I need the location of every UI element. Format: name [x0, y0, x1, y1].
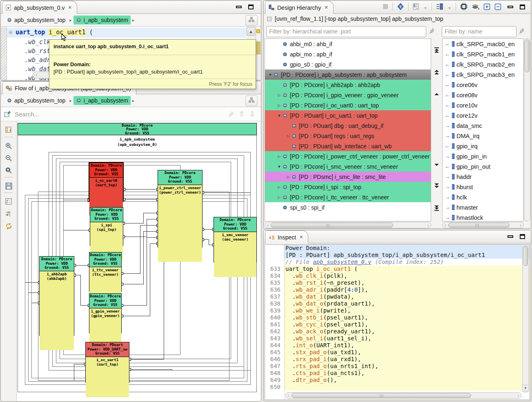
port-item-gpio_pin_in[interactable]: →gpio_pin_in — [443, 151, 523, 161]
breadcrumb-item-i_apb_subsystem[interactable]: Mi_apb_subsystem — [73, 96, 131, 105]
breadcrumb-item-i_apb_subsystem[interactable]: Mi_apb_subsystem — [73, 16, 131, 25]
trace-signals-icon[interactable] — [4, 209, 13, 219]
port-item-gpio_pin_out[interactable]: ←gpio_pin_out — [443, 161, 523, 172]
clear-filter-icon[interactable] — [429, 28, 435, 36]
collapse-arrow-icon[interactable]: ▼ — [267, 73, 273, 77]
layers-view-icon[interactable] — [472, 4, 479, 10]
tree-row[interactable]: ▼M[PD : PDcore] i_apb_subsystem : apb_su… — [265, 69, 431, 80]
port-item-core06v[interactable]: ←core06v — [443, 80, 523, 90]
chevron-down-icon[interactable]: ⌄ — [447, 3, 452, 10]
list-menu-icon[interactable] — [413, 3, 419, 10]
occurrence-marker[interactable] — [256, 51, 260, 53]
scroll-down-icon[interactable]: ▼ — [522, 385, 529, 391]
refresh-icon[interactable] — [4, 221, 13, 231]
page-up-icon[interactable] — [434, 69, 440, 77]
pin-view-icon[interactable] — [4, 111, 11, 118]
inspect-vscrollbar[interactable] — [522, 246, 529, 393]
port-item-data_smc[interactable]: →data_smc — [443, 121, 523, 131]
filter-types-icon[interactable]: T — [397, 3, 404, 10]
tree-hscrollbar[interactable]: ‹› ||| — [265, 222, 431, 228]
port-item-clk_SRPG_macb2_en[interactable]: ←clk_SRPG_macb2_en — [443, 59, 523, 69]
step-down-icon[interactable] — [434, 162, 440, 169]
file-link[interactable]: apb_subsystem_0.v — [313, 259, 371, 265]
maximize-icon[interactable] — [520, 4, 525, 9]
editor-tab[interactable]: v apb_subsystem_0.v ✕ — [2, 1, 77, 14]
tree-row[interactable]: igpio_s0 : gpio_if — [265, 59, 431, 69]
diagram-block-i_power_ctrl_veneer[interactable]: Domain: PDcorePower: VDDGround: VSSi_pow… — [158, 170, 203, 248]
hierarchy-tab[interactable]: Design Hierarchy ✕ — [265, 1, 334, 14]
goto-top-icon[interactable] — [434, 47, 440, 55]
inspect-content[interactable]: Power Domain:[PD : PDuart] apb_subsystem… — [265, 244, 530, 400]
columns-menu-icon[interactable] — [436, 3, 443, 10]
step-up-icon[interactable] — [434, 92, 440, 99]
occurrence-marker[interactable] — [256, 45, 260, 46]
port-item-haddr[interactable]: →haddr — [443, 172, 523, 182]
tree-row[interactable]: ▷M[PD : PDcore] i_ttc_veneer : ttc_venee… — [265, 192, 431, 202]
expand-arrow-icon[interactable]: ▷ — [276, 154, 282, 159]
expand-all-icon[interactable] — [483, 3, 490, 10]
hierarchy-filter-input[interactable]: Filter by: hierarchical name .port — [266, 26, 426, 37]
port-item-core08v[interactable]: ←core08v — [443, 90, 523, 100]
tree-row[interactable]: M[PD : PDuart] wb_interface : uart_wb — [265, 141, 431, 151]
tree-row[interactable]: iahbi_m0 : ahb_if — [265, 39, 431, 49]
minimize-icon[interactable] — [508, 235, 513, 238]
fold-icon[interactable]: ⊖ — [9, 29, 13, 35]
port-item-gpio_irq[interactable]: ←gpio_irq — [443, 141, 523, 151]
editor-overview-ruler[interactable] — [256, 27, 261, 80]
tree-row[interactable]: ▷M[PD : PDsmc] i_smc_lite : smc_lite — [265, 172, 431, 182]
close-icon[interactable]: ✕ — [299, 234, 303, 240]
port-item-hburst[interactable]: →hburst — [443, 182, 523, 192]
close-icon[interactable]: ✕ — [68, 5, 72, 10]
tree-row[interactable]: M[PD : PDuart] dbg : uart_debug_if — [265, 121, 431, 131]
zoom-fit-icon[interactable] — [4, 165, 13, 175]
link-disabled-icon[interactable] — [383, 4, 388, 9]
occurrence-marker[interactable] — [256, 47, 260, 48]
diagram-block-i_gpio_veneer[interactable]: Domain: PDcorePower: VDDGround: VSSi_gpi… — [89, 293, 122, 333]
next-match-icon[interactable]: ⇩ — [249, 110, 255, 118]
tree-row[interactable]: iapbi_mo : apb_if — [265, 49, 431, 59]
expand-arrow-icon[interactable]: ▷ — [285, 175, 291, 179]
tree-row[interactable]: ▷M[PD : PDcore] i_oc_uart0 : uart_top — [265, 100, 431, 110]
expand-arrow-icon[interactable]: ▷ — [285, 134, 291, 138]
maximize-icon[interactable] — [248, 4, 254, 9]
minimize-icon[interactable] — [236, 6, 242, 8]
tree-row[interactable]: M[PD : PDcore] i_ahb2apb : ahb2apb — [265, 80, 431, 90]
zoom-out-icon[interactable] — [4, 153, 13, 163]
port-item-core10v[interactable]: ←core10v — [443, 100, 523, 110]
breadcrumb-item-apb_subsystem_top[interactable]: Mapb_subsystem_top — [4, 16, 68, 25]
diagram-block-i_oc_uart0[interactable]: Domain: PDcorePower: VDDGround: VSSi_oc_… — [89, 162, 124, 202]
occurrence-marker[interactable] — [256, 43, 260, 45]
breadcrumb-toggle-button[interactable] — [245, 96, 258, 106]
breadcrumb-item-apb_subsystem_top[interactable]: Mapb_subsystem_top — [4, 96, 68, 105]
diagram-block-i_ttc_veneer[interactable]: Domain: PDcorePower: VDDGround: VSSi_ttc… — [89, 252, 122, 292]
diagram-block-i_spi[interactable]: Domain: PDcorePower: VDDGround: VSSi_spi… — [90, 207, 123, 246]
port-item-clk_SRPG_macb1_en[interactable]: ←clk_SRPG_macb1_en — [443, 49, 523, 59]
ports-vscrollbar[interactable] — [524, 38, 530, 221]
ports-filter-input[interactable]: Filter by: name — [442, 26, 516, 37]
ports-hscrollbar[interactable]: ‹› ||| — [442, 222, 524, 228]
port-item-clk_SRPG_macb3_en[interactable]: ←clk_SRPG_macb3_en — [443, 69, 523, 80]
diagram-block-i_smc_veneer[interactable]: Domain: PDcorePower: VDDGround: VSSi_smc… — [214, 217, 257, 263]
occurrence-marker[interactable] — [256, 42, 260, 43]
collapse-arrow-icon[interactable]: ▼ — [276, 165, 282, 169]
expand-arrow-icon[interactable]: ▷ — [276, 185, 282, 189]
properties-icon[interactable] — [4, 197, 13, 206]
goto-bottom-icon[interactable] — [434, 205, 440, 212]
inspect-hscrollbar[interactable]: ‹› ||| — [285, 392, 521, 399]
tree-row[interactable]: ispi_s0 : spi_if — [265, 202, 431, 212]
port-item-clk_SRPG_macb0_en[interactable]: ←clk_SRPG_macb0_en — [443, 39, 523, 49]
breadcrumb-toggle-button[interactable] — [245, 15, 258, 26]
port-item-hmastlock[interactable]: →hmastlock — [443, 212, 523, 221]
close-icon[interactable]: ✕ — [324, 5, 328, 10]
port-item-core12v[interactable]: ←core12v — [443, 110, 523, 121]
expand-arrow-icon[interactable]: ▷ — [276, 93, 282, 97]
collapse-all-icon[interactable] — [494, 3, 501, 10]
maximize-icon[interactable] — [520, 234, 525, 239]
search-input[interactable]: Search... — [15, 111, 228, 118]
tree-row[interactable]: ▷M[PD : PDuart] regs : uart_regs — [265, 131, 431, 141]
save-icon[interactable] — [4, 181, 13, 191]
port-item-hclk[interactable]: →hclk — [443, 192, 523, 202]
chevron-down-icon[interactable]: ⌄ — [423, 3, 427, 10]
zoom-in-icon[interactable] — [4, 141, 13, 151]
inspect-tab[interactable]: i Inspect ✕ — [265, 230, 308, 243]
